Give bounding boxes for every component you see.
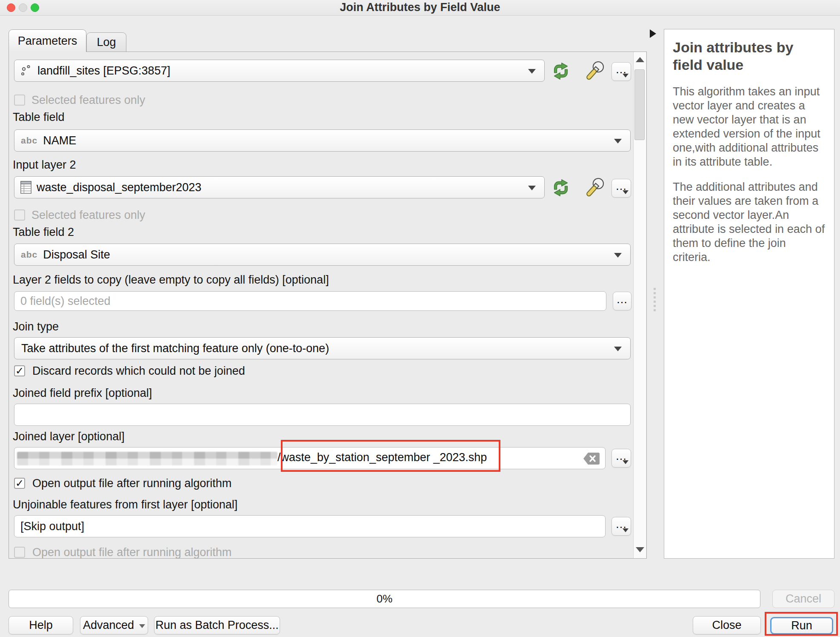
scrollbar-thumb[interactable] [634, 69, 645, 140]
progress-label: 0% [377, 592, 393, 605]
chevron-down-icon [623, 528, 629, 532]
edit-expression-wrench-icon[interactable] [581, 175, 608, 200]
check-icon: ✓ [15, 366, 24, 376]
unjoinable-features-input[interactable]: [Skip output] [14, 515, 606, 537]
edit-expression-wrench-icon[interactable] [581, 59, 608, 83]
window-title: Join Attributes by Field Value [0, 0, 840, 16]
scroll-down-button[interactable] [634, 542, 646, 557]
join-type-combobox[interactable]: Take attributes of the first matching fe… [14, 337, 631, 359]
chevron-down-icon [614, 139, 622, 143]
fields-to-copy-input[interactable]: 0 field(s) selected [14, 291, 606, 311]
selected-features-only-checkbox-1 [14, 95, 25, 106]
joined-layer-browse-button[interactable]: … [611, 449, 631, 468]
tab-parameters[interactable]: Parameters [9, 29, 86, 52]
run-as-batch-button[interactable]: Run as Batch Process... [154, 616, 280, 634]
join-type-value: Take attributes of the first matching fe… [21, 342, 329, 355]
input-layer-combobox[interactable]: landfill_sites [EPSG:3857] [14, 60, 545, 82]
input-layer-value: landfill_sites [EPSG:3857] [37, 64, 170, 77]
table-field-label: Table field [13, 110, 65, 124]
more-options-icon: … [615, 453, 627, 459]
check-icon: ✓ [15, 478, 24, 488]
fields-to-copy-placeholder: 0 field(s) selected [20, 295, 111, 308]
input-layer-browse-button[interactable]: … [611, 62, 631, 81]
chevron-down-icon [528, 186, 536, 190]
more-options-icon: … [616, 296, 628, 302]
algorithm-help-panel: Join attributes by field value This algo… [664, 29, 834, 559]
input-layer-2-browse-button[interactable]: … [611, 179, 631, 198]
tab-log[interactable]: Log [86, 32, 126, 52]
titlebar: Join Attributes by Field Value [0, 0, 840, 16]
tab-parameters-label: Parameters [18, 34, 77, 48]
input-layer-2-label: Input layer 2 [13, 158, 76, 172]
open-output-label-2: Open output file after running algorithm [32, 545, 231, 560]
triangle-down-icon [636, 547, 644, 552]
joined-field-prefix-label: Joined field prefix [optional] [13, 386, 152, 400]
close-button[interactable]: Close [693, 616, 761, 634]
table-field-2-value: Disposal Site [43, 248, 110, 261]
unjoinable-features-browse-button[interactable]: … [611, 517, 631, 536]
join-type-label: Join type [13, 319, 59, 334]
annotation-rectangle-filename [281, 440, 500, 472]
more-options-icon: … [615, 183, 627, 189]
scroll-up-button[interactable] [634, 52, 646, 67]
selected-features-only-checkbox-2 [14, 209, 25, 221]
fields-to-copy-select-button[interactable]: … [613, 292, 631, 310]
string-type-badge: abc [21, 250, 37, 260]
help-paragraph-1: This algorithm takes an input vector lay… [673, 85, 826, 169]
clear-text-icon[interactable] [583, 452, 600, 465]
reload-layer-icon[interactable] [550, 61, 572, 81]
chevron-down-icon [623, 460, 629, 464]
point-layer-icon [20, 64, 33, 77]
open-output-label-1: Open output file after running algorithm [32, 476, 231, 491]
discard-records-checkbox[interactable]: ✓ [14, 365, 25, 376]
more-options-icon: … [615, 66, 627, 72]
table-field-combobox[interactable]: abc NAME [14, 129, 631, 152]
joined-field-prefix-input[interactable] [14, 404, 631, 426]
panel-splitter-handle[interactable] [654, 288, 656, 311]
chevron-down-icon [614, 347, 622, 351]
fields-to-copy-label: Layer 2 fields to copy (leave empty to c… [13, 273, 329, 287]
chevron-down-icon [528, 69, 536, 74]
unjoinable-features-value: [Skip output] [20, 520, 84, 533]
table-field-2-combobox[interactable]: abc Disposal Site [14, 244, 631, 266]
open-output-checkbox-1[interactable]: ✓ [14, 478, 25, 489]
tab-log-label: Log [97, 36, 116, 49]
chevron-down-icon [139, 624, 145, 628]
redacted-path-blur [17, 452, 277, 465]
triangle-up-icon [636, 57, 644, 62]
input-layer-2-value: waste_disposal_september2023 [37, 181, 201, 194]
help-paragraph-2: The additional attributes and their valu… [673, 180, 826, 264]
table-field-2-label: Table field 2 [13, 225, 74, 239]
unjoinable-features-label: Unjoinable features from first layer [op… [13, 497, 237, 512]
joined-layer-label: Joined layer [optional] [13, 429, 125, 444]
discard-records-label: Discard records which could not be joine… [32, 364, 245, 378]
input-layer-2-combobox[interactable]: waste_disposal_september2023 [14, 176, 545, 198]
reload-layer-icon[interactable] [550, 178, 572, 198]
selected-features-only-label-1: Selected features only [31, 93, 145, 107]
chevron-down-icon [614, 253, 622, 258]
annotation-rectangle-run [765, 612, 838, 636]
expand-panel-arrow-icon[interactable] [650, 29, 656, 38]
more-options-icon: … [615, 521, 627, 527]
help-button[interactable]: Help [9, 616, 73, 634]
selected-features-only-label-2: Selected features only [31, 208, 145, 222]
chevron-down-icon [623, 190, 629, 194]
table-field-value: NAME [43, 134, 76, 147]
table-layer-icon [20, 180, 32, 195]
advanced-button[interactable]: Advanced [80, 616, 148, 634]
open-output-checkbox-2 [14, 547, 25, 558]
progress-bar: 0% [9, 590, 760, 608]
string-type-badge: abc [21, 135, 37, 146]
chevron-down-icon [623, 74, 629, 77]
vertical-scrollbar[interactable] [633, 52, 646, 558]
help-title: Join attributes by field value [673, 39, 826, 74]
cancel-button: Cancel [772, 590, 834, 608]
